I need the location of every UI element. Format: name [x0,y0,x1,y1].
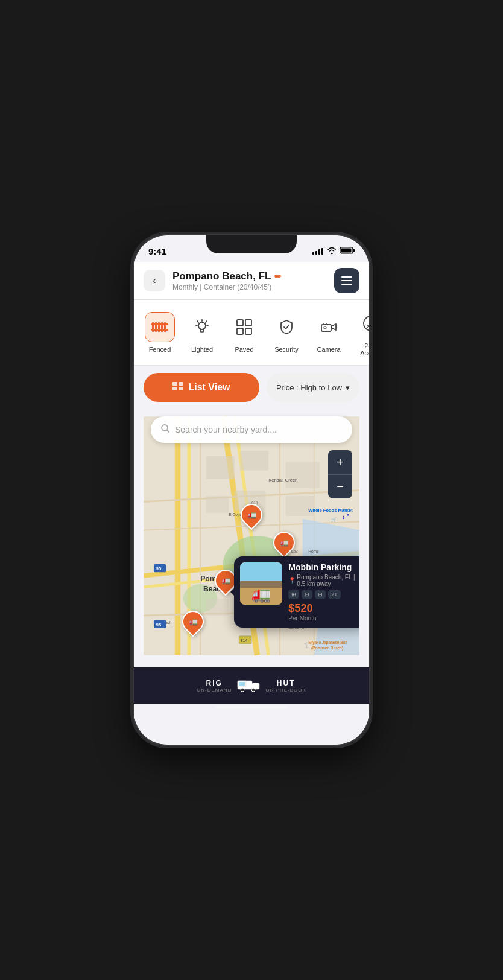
search-placeholder-text: Search your nearby yard.... [175,425,277,434]
svg-rect-26 [172,382,177,386]
svg-text:95: 95 [156,622,161,628]
action-bar: List View Price : High to Low ▾ [134,366,369,409]
popup-badges: ⊞ ⊡ ⊟ 2+ [288,590,359,599]
svg-text:●: ● [347,513,349,517]
svg-text:Home: Home [308,549,319,553]
zoom-out-button[interactable]: − [328,474,352,498]
status-time: 9:41 [148,246,166,256]
svg-rect-81 [239,682,245,686]
phone-screen: 9:41 [134,235,369,745]
paved-icon [229,312,259,342]
wifi-icon [327,247,337,256]
svg-text:95: 95 [156,566,161,571]
svg-rect-18 [237,328,243,334]
svg-rect-9 [151,329,168,331]
svg-line-75 [167,430,169,432]
filter-paved[interactable]: Paved [228,312,261,353]
lighted-icon [187,312,217,342]
battery-icon [340,247,355,256]
status-icons [312,247,355,256]
svg-point-21 [324,326,326,329]
zoom-in-button[interactable]: + [328,450,352,474]
menu-icon [341,276,352,285]
filter-access247[interactable]: 24/7 24/7 Access [355,308,369,357]
back-button[interactable]: ‹ [144,270,165,291]
filter-section: Fenced Lighted [134,300,369,366]
svg-point-80 [252,688,255,692]
chevron-down-icon: ▾ [346,383,350,392]
svg-rect-29 [179,387,183,390]
svg-text:24/7: 24/7 [367,325,369,329]
svg-rect-35 [286,462,320,488]
svg-rect-34 [240,451,268,471]
svg-rect-39 [206,599,229,616]
svg-rect-2 [353,249,355,252]
menu-button[interactable] [334,268,359,293]
sort-label: Price : High to Low [276,383,342,392]
header-info: Pompano Beach, FL ✏ Monthly | Container … [172,270,327,291]
svg-rect-8 [151,323,168,325]
list-view-button[interactable]: List View [144,373,259,402]
popup-badge-4: 2+ [328,590,340,599]
filter-security[interactable]: Security [270,312,303,353]
list-view-icon [172,382,183,393]
access247-label: 24/7 Access [355,342,369,357]
svg-rect-16 [237,320,243,326]
fenced-label: Fenced [149,346,171,353]
brand-right: HUT OR PRE-BOOK [265,679,306,693]
popup-info: Mobbin Parking 📍 Pompano Beach, FL | 0.5… [288,562,359,622]
map-search[interactable]: Search your nearby yard.... [151,416,352,443]
back-icon: ‹ [153,275,156,286]
popup-per: Per Month [288,615,359,622]
bottom-bar: RIG ON-DEMAND HUT OR PRE-BOOK [134,667,369,704]
brand-truck-icon [236,675,261,696]
filter-fenced[interactable]: Fenced [144,312,176,353]
filter-lighted[interactable]: Lighted [186,312,218,353]
header-title: Pompano Beach, FL ✏ [172,270,327,282]
svg-point-79 [241,688,244,692]
popup-badge-2: ⊡ [302,590,312,599]
notch [206,235,297,253]
svg-text:Kendall Green: Kendall Green [268,478,297,483]
signal-icon [312,248,323,255]
svg-rect-27 [179,382,183,386]
popup-badge-3: ⊟ [315,590,326,599]
svg-text:Miyako Japanese Buff: Miyako Japanese Buff [308,640,347,645]
svg-line-15 [197,321,198,322]
svg-text:🍴: 🍴 [303,642,309,649]
popup-name: Mobbin Parking [288,562,359,572]
map-marker-1[interactable]: 🚛 [241,504,262,526]
zoom-controls: + − [328,450,352,498]
map-container[interactable]: NE 23rd A 1 ● 811 E Copans Rd Whole Food… [144,409,359,663]
svg-line-12 [206,321,207,322]
svg-point-10 [198,322,206,329]
svg-text:Whole Foods Market: Whole Foods Market [308,508,353,513]
popup-price: $520 [288,602,312,614]
home-indicator [215,706,288,708]
svg-rect-36 [206,496,229,513]
fenced-icon [145,312,175,342]
svg-rect-19 [245,328,252,334]
brand-left: RIG ON-DEMAND [197,679,232,693]
svg-rect-1 [341,248,352,252]
list-view-label: List View [188,382,230,393]
svg-text:814: 814 [241,638,247,643]
popup-location: 📍 Pompano Beach, FL | 0.5 km away [288,574,359,587]
popup-badge-1: ⊞ [288,590,299,599]
popup-image: 🚛 [240,562,282,605]
access247-icon: 24/7 [356,308,369,339]
map-marker-2[interactable]: 🚛 [273,532,295,553]
lighted-label: Lighted [191,346,213,353]
edit-icon[interactable]: ✏ [274,272,282,281]
paved-label: Paved [235,346,253,353]
sort-button[interactable]: Price : High to Low ▾ [267,373,359,402]
filter-camera[interactable]: Camera [312,312,345,353]
popup-card[interactable]: 🚛 Mobbin Parking 📍 Pompano Beach, FL | 0… [234,556,359,628]
security-icon [271,312,302,342]
svg-rect-28 [172,387,177,390]
svg-text:(Pompano Beach): (Pompano Beach) [311,646,343,651]
svg-text:🛒: 🛒 [331,517,337,522]
camera-label: Camera [317,346,340,353]
map-marker-bottom[interactable]: 🚛 [182,611,204,632]
security-label: Security [274,346,299,353]
